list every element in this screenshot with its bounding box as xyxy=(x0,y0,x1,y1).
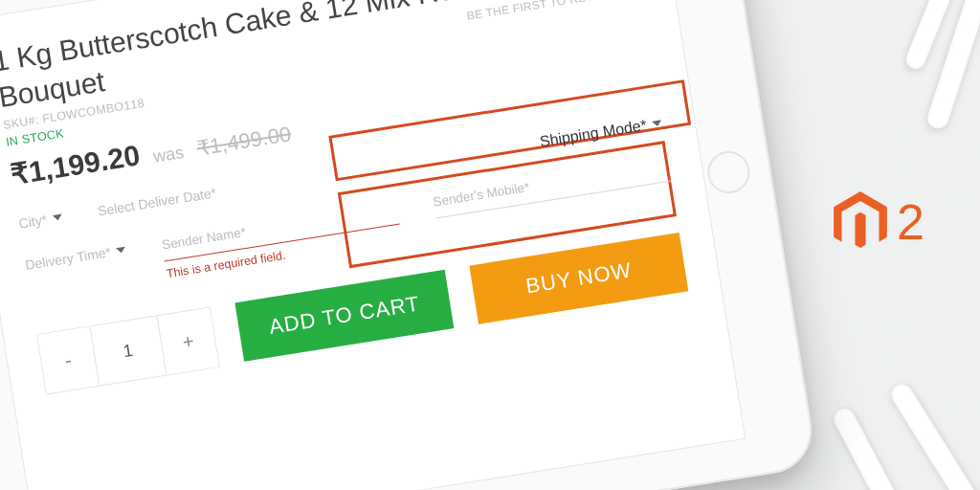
delivery-time-field[interactable]: Delivery Time* xyxy=(24,242,126,273)
scene: 2 1 Kg Butterscotch Cake & 12 Mix Roses … xyxy=(0,0,980,490)
magento-icon xyxy=(834,191,887,253)
quantity-stepper: - 1 + xyxy=(36,306,220,394)
was-label: was xyxy=(152,143,186,167)
buy-now-button[interactable]: BUY NOW xyxy=(469,233,688,324)
was-price: ₹1,499.00 xyxy=(195,122,293,161)
chevron-down-icon xyxy=(52,214,62,221)
shipping-mode-field[interactable]: Shipping Mode* xyxy=(539,114,663,150)
tablet-frame: 1 Kg Butterscotch Cake & 12 Mix Roses Bo… xyxy=(0,0,818,490)
chevron-down-icon xyxy=(116,247,126,254)
chevron-down-icon xyxy=(652,120,662,126)
logo-text: 2 xyxy=(897,193,924,251)
city-field[interactable]: City* xyxy=(17,210,63,232)
desk-pen xyxy=(887,380,980,490)
magento2-logo: 2 xyxy=(834,191,924,253)
sku-label: SKU#: xyxy=(2,113,39,132)
tablet-screen: 1 Kg Butterscotch Cake & 12 Mix Roses Bo… xyxy=(0,0,746,490)
sender-mobile-placeholder: Sender's Mobile* xyxy=(432,180,530,210)
price: ₹1,199.20 xyxy=(9,138,143,191)
product-page: 1 Kg Butterscotch Cake & 12 Mix Roses Bo… xyxy=(0,0,725,426)
qty-minus-button[interactable]: - xyxy=(37,326,100,393)
qty-value[interactable]: 1 xyxy=(90,316,166,385)
date-label: Select Deliver Date* xyxy=(97,185,217,218)
qty-plus-button[interactable]: + xyxy=(157,308,219,375)
time-label: Delivery Time* xyxy=(24,244,112,273)
sender-mobile-field[interactable]: Sender's Mobile* xyxy=(432,156,671,219)
city-label: City* xyxy=(17,212,48,231)
add-to-cart-button[interactable]: ADD TO CART xyxy=(234,270,454,362)
shipping-label: Shipping Mode* xyxy=(539,117,648,150)
sender-name-placeholder: Sender Name* xyxy=(161,225,247,253)
sender-name-field[interactable]: Sender Name* This is a required field. xyxy=(161,199,403,280)
